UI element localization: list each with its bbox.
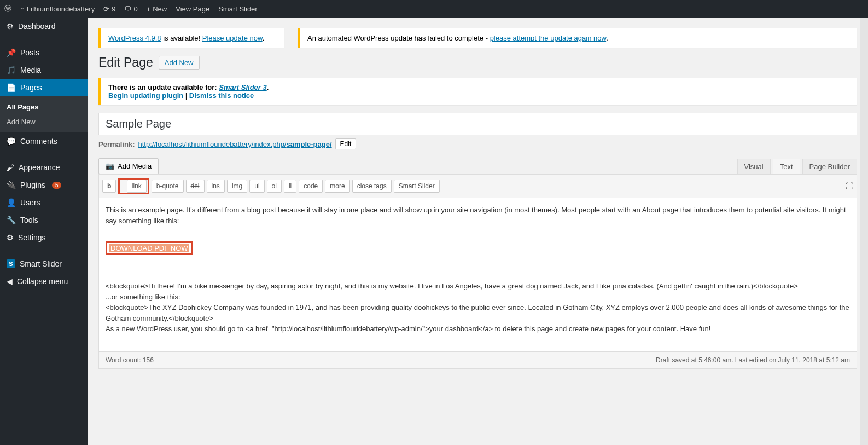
menu-posts[interactable]: 📌Posts [0,44,88,61]
menu-comments[interactable]: 💬Comments [0,132,88,150]
editor-footer: Word count: 156 Draft saved at 5:46:00 a… [98,351,857,369]
post-title-input[interactable] [98,113,857,135]
menu-smart-slider[interactable]: SSmart Slider [0,255,88,273]
download-highlight: DOWNLOAD PDF NOW [106,241,193,256]
btn-li[interactable]: li [284,180,296,193]
fullscreen-icon[interactable]: ⛶ [846,182,853,190]
tab-page-builder[interactable]: Page Builder [802,159,857,174]
word-count-label: Word count: 156 [106,356,154,364]
btn-img[interactable]: img [227,180,247,193]
add-media-button[interactable]: 📷Add Media [98,158,159,174]
editor-toolbar: b link b-quote del ins img ul ol li code… [98,174,857,198]
menu-appearance[interactable]: 🖌Appearance [0,159,88,176]
btn-bold[interactable]: b [102,180,116,193]
comments-link[interactable]: 🗨 0 [124,5,137,13]
updates-link[interactable]: ⟳ 9 [103,5,115,13]
brush-icon: 🖌 [7,163,14,172]
menu-media[interactable]: 🎵Media [0,61,88,79]
btn-smart-slider[interactable]: Smart Slider [394,180,440,193]
link-highlight: link [118,178,149,194]
save-status-label: Draft saved at 5:46:00 am. Last edited o… [656,356,850,364]
menu-settings[interactable]: ⚙Settings [0,229,88,246]
main-content: WordPress 4.9.8 is available! Please upd… [88,18,868,445]
pages-submenu: All Pages Add New [0,96,88,132]
permalink-url[interactable]: http://localhost/lithiumflouridebattery/… [138,140,331,148]
btn-ins[interactable]: ins [207,180,225,193]
plugins-badge: 5 [52,182,62,189]
submenu-all-pages[interactable]: All Pages [0,100,88,114]
smart-slider-link[interactable]: Smart Slider [218,5,258,13]
auto-update-failed-notice: An automated WordPress update has failed… [298,28,857,48]
pin-icon: 📌 [7,48,16,57]
camera-icon: 📷 [106,162,114,170]
media-icon: 🎵 [7,66,16,74]
admin-topbar: ⓦ ⌂ Lithiumflouridebattery ⟳ 9 🗨 0 + New… [0,0,868,18]
begin-updating-link[interactable]: Begin updating plugin [108,91,183,100]
edit-permalink-button[interactable]: Edit [335,138,357,149]
collapse-menu[interactable]: ◀Collapse menu [0,273,88,290]
wp-logo-icon[interactable]: ⓦ [4,4,11,14]
btn-more[interactable]: more [325,180,349,193]
menu-pages[interactable]: 📄Pages [0,79,88,96]
btn-del[interactable]: del [186,180,205,193]
view-page-link[interactable]: View Page [176,5,209,13]
collapse-icon: ◀ [7,277,13,286]
sliders-icon: ⚙ [7,233,14,242]
btn-link[interactable]: link [127,180,147,193]
editor-tabs: Visual Text Page Builder [735,159,857,174]
btn-ul[interactable]: ul [249,180,264,193]
dismiss-notice-link[interactable]: Dismiss this notice [189,91,254,100]
submenu-add-new[interactable]: Add New [0,114,88,129]
wp-update-notice: WordPress 4.9.8 is available! Please upd… [98,28,284,48]
menu-dashboard[interactable]: ⚙Dashboard [0,18,88,35]
menu-tools[interactable]: 🔧Tools [0,211,88,229]
wp-update-now-link[interactable]: Please update now [202,34,263,42]
page-title: Edit Page [98,55,153,70]
new-link[interactable]: + New [147,5,167,13]
add-new-button[interactable]: Add New [159,56,200,70]
tab-text[interactable]: Text [773,159,800,174]
page-icon: 📄 [7,83,16,92]
comment-icon: 💬 [7,137,16,146]
tab-visual[interactable]: Visual [737,159,771,174]
scrollbar-track[interactable] [860,18,868,445]
editor-textarea[interactable]: This is an example page. It's different … [98,198,857,351]
btn-ol[interactable]: ol [267,180,282,193]
menu-plugins[interactable]: 🔌Plugins5 [0,176,88,194]
permalink-row: Permalink: http://localhost/lithiumflour… [98,138,857,149]
smart-slider-update-link[interactable]: Smart Slider 3 [219,83,266,91]
plug-icon: 🔌 [7,181,16,189]
smart-slider-icon: S [7,259,15,268]
admin-sidebar: ⚙Dashboard 📌Posts 🎵Media 📄Pages All Page… [0,18,88,445]
site-link[interactable]: ⌂ Lithiumflouridebattery [20,5,95,13]
plugin-update-notice: There is an update available for: Smart … [98,78,857,105]
menu-users[interactable]: 👤Users [0,194,88,211]
dashboard-icon: ⚙ [7,22,14,31]
user-icon: 👤 [7,198,16,207]
btn-bquote[interactable]: b-quote [152,180,184,193]
attempt-update-link[interactable]: please attempt the update again now [490,34,607,42]
btn-code[interactable]: code [299,180,323,193]
wp-version-link[interactable]: WordPress 4.9.8 [108,34,161,42]
wrench-icon: 🔧 [7,216,16,224]
btn-close-tags[interactable]: close tags [352,180,392,193]
